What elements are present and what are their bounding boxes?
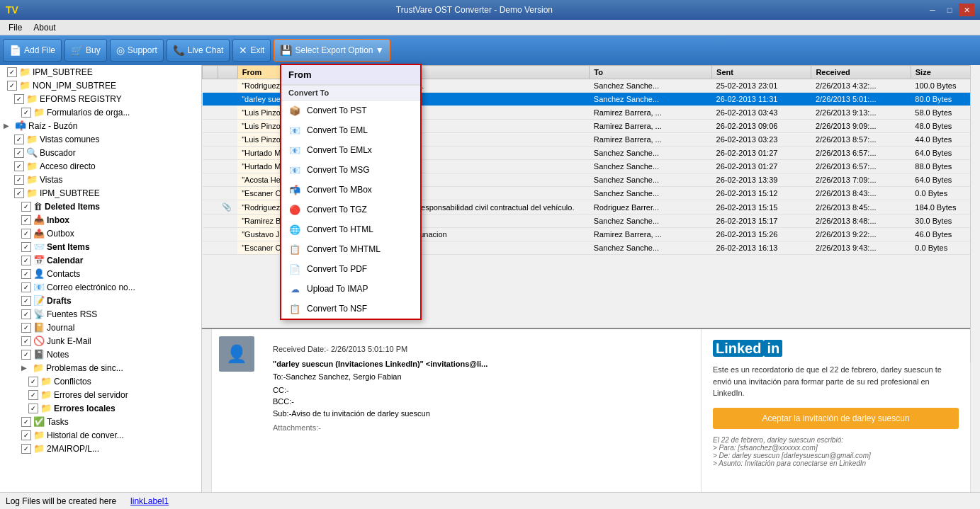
- convert-nsf-item[interactable]: 📋 Convert To NSF: [281, 299, 420, 319]
- convert-eml-label: Convert To EML: [307, 125, 368, 135]
- pst-icon: 📦: [288, 104, 301, 117]
- dropdown-from-header: From: [281, 65, 420, 85]
- convert-mbox-label: Convert To MBox: [307, 185, 372, 195]
- nsf-icon: 📋: [288, 302, 301, 315]
- convert-tgz-label: Convert To TGZ: [307, 205, 367, 215]
- pdf-icon: 📄: [288, 263, 301, 275]
- dropdown-convert-header: Convert To: [281, 85, 420, 101]
- convert-pdf-item[interactable]: 📄 Convert To PDF: [281, 259, 420, 279]
- imap-icon: ☁: [288, 282, 301, 295]
- convert-html-label: Convert To HTML: [307, 224, 373, 234]
- convert-mbox-item[interactable]: 📬 Convert To MBox: [281, 180, 420, 200]
- convert-emlx-label: Convert To EMLx: [307, 145, 372, 155]
- upload-imap-label: Upload To IMAP: [307, 284, 368, 294]
- msg-icon: 📧: [288, 164, 301, 176]
- convert-emlx-item[interactable]: 📧 Convert To EMLx: [281, 140, 420, 160]
- convert-pst-item[interactable]: 📦 Convert To PST: [281, 101, 420, 120]
- convert-eml-item[interactable]: 📧 Convert To EML: [281, 120, 420, 140]
- convert-mhtml-item[interactable]: 📋 Convert To MHTML: [281, 239, 420, 259]
- convert-tgz-item[interactable]: 🔴 Convert To TGZ: [281, 200, 420, 219]
- convert-msg-item[interactable]: 📧 Convert To MSG: [281, 160, 420, 180]
- tgz-icon: 🔴: [288, 203, 301, 216]
- convert-mhtml-label: Convert To MHTML: [307, 244, 381, 254]
- convert-html-item[interactable]: 🌐 Convert To HTML: [281, 219, 420, 239]
- eml-icon: 📧: [288, 124, 301, 137]
- dropdown-overlay[interactable]: [0, 0, 980, 509]
- export-dropdown-menu: From Convert To 📦 Convert To PST 📧 Conve…: [280, 64, 422, 320]
- html-icon: 🌐: [288, 223, 301, 236]
- convert-pdf-label: Convert To PDF: [307, 264, 367, 274]
- convert-msg-label: Convert To MSG: [307, 165, 369, 175]
- mhtml-icon: 📋: [288, 243, 301, 256]
- mbox-icon: 📬: [288, 183, 301, 196]
- upload-imap-item[interactable]: ☁ Upload To IMAP: [281, 279, 420, 299]
- convert-pst-label: Convert To PST: [307, 105, 366, 115]
- convert-nsf-label: Convert To NSF: [307, 304, 367, 314]
- emlx-icon: 📧: [288, 144, 301, 156]
